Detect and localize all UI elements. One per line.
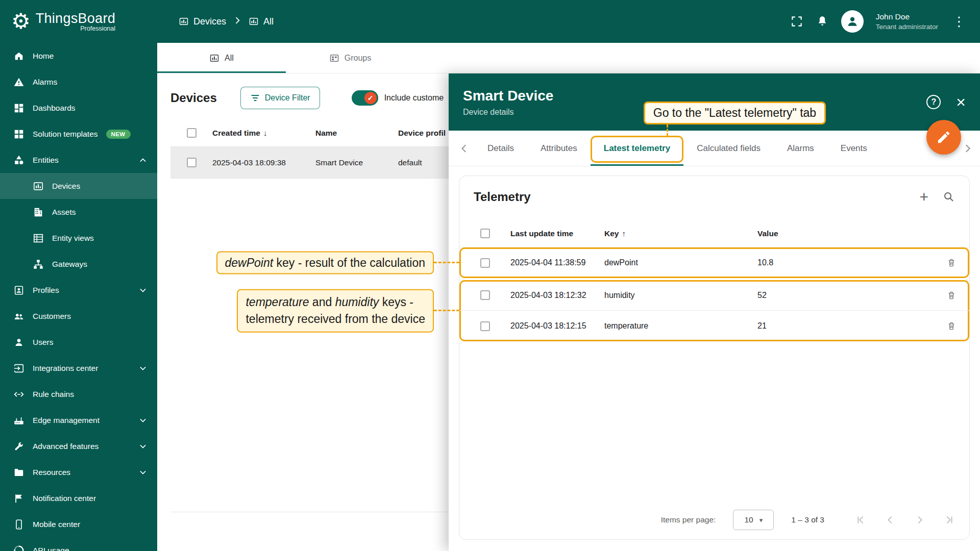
advanced-features-icon	[13, 441, 24, 452]
sidebar-item-entity-views[interactable]: Entity views	[0, 225, 157, 251]
sidebar-item-alarms[interactable]: Alarms	[0, 69, 157, 95]
delete-icon[interactable]	[946, 321, 957, 331]
sidebar-item-integrations-center[interactable]: Integrations center	[0, 355, 157, 381]
filter-icon	[250, 93, 260, 103]
panel-tab-bar: Details Attributes Latest telemetry Go t…	[449, 131, 980, 166]
add-telemetry-icon[interactable]: +	[919, 189, 928, 205]
entity-views-icon	[33, 233, 44, 244]
sidebar-item-label: Integrations center	[33, 364, 98, 373]
cell-value: 52	[757, 291, 934, 300]
help-icon[interactable]: ?	[926, 95, 941, 109]
entities-icon	[13, 155, 24, 166]
include-customers-toggle[interactable]: ✓	[352, 90, 378, 106]
sidebar-item-rule-chains[interactable]: Rule chains	[0, 381, 157, 407]
sidebar-item-solution-templates[interactable]: Solution templates NEW	[0, 121, 157, 147]
device-filter-button[interactable]: Device Filter	[240, 87, 320, 109]
sidebar-item-label: Customers	[33, 312, 71, 321]
sidebar-item-customers[interactable]: Customers	[0, 303, 157, 329]
column-key[interactable]: Key↑	[604, 229, 757, 238]
users-icon	[13, 337, 24, 348]
solution-templates-icon	[13, 129, 24, 140]
sidebar-item-dashboards[interactable]: Dashboards	[0, 95, 157, 121]
toggle-label: Include custome	[384, 93, 444, 103]
tab-events[interactable]: Events	[827, 131, 880, 166]
breadcrumb-all[interactable]: All	[249, 16, 274, 27]
tab-all[interactable]: All	[157, 43, 286, 73]
column-name[interactable]: Name	[315, 129, 398, 138]
fullscreen-icon[interactable]	[790, 15, 803, 28]
column-created-time[interactable]: Created time↓	[212, 129, 315, 138]
cell-time: 2025-04-03 18:12:15	[510, 321, 604, 331]
groups-tab-icon	[329, 53, 339, 63]
delete-icon[interactable]	[946, 290, 957, 300]
telemetry-row[interactable]: 2025-04-03 18:12:15 temperature 21	[459, 311, 969, 341]
mobile-icon	[13, 519, 24, 530]
row-checkbox[interactable]	[187, 158, 197, 167]
row-checkbox[interactable]	[480, 321, 490, 331]
telemetry-row[interactable]: 2025-04-04 11:38:59 dewPoint 10.8	[459, 247, 969, 278]
sidebar-item-advanced-features[interactable]: Advanced features	[0, 433, 157, 459]
last-page-icon[interactable]	[944, 514, 955, 525]
breadcrumb: Devices All	[179, 15, 274, 28]
tab-attributes[interactable]: Attributes	[527, 131, 591, 166]
sidebar-item-mobile-center[interactable]: Mobile center	[0, 511, 157, 537]
new-badge: NEW	[106, 130, 131, 139]
callout-dewpoint: dewPoint key - result of the calculation	[216, 252, 434, 274]
tab-label: All	[225, 54, 234, 63]
telemetry-row[interactable]: 2025-04-03 18:12:32 humidity 52	[459, 280, 969, 311]
tab-groups[interactable]: Groups	[286, 43, 414, 73]
assets-icon	[33, 207, 44, 218]
cell-value: 10.8	[757, 258, 934, 267]
sidebar-item-edge-management[interactable]: Edge management	[0, 407, 157, 433]
page-size-value: 10	[744, 515, 753, 524]
close-icon[interactable]: ×	[956, 94, 966, 110]
tab-alarms[interactable]: Alarms	[774, 131, 827, 166]
highlight-telemetry-rows: temperature and humidity keys - telemetr…	[459, 280, 969, 341]
sidebar-item-entities[interactable]: Entities	[0, 147, 157, 173]
select-all-checkbox[interactable]	[187, 128, 197, 138]
sidebar-item-devices[interactable]: Devices	[0, 173, 157, 199]
chevron-down-icon	[138, 467, 148, 478]
previous-page-icon[interactable]	[885, 514, 896, 525]
sidebar-item-users[interactable]: Users	[0, 329, 157, 355]
cell-key: humidity	[604, 291, 757, 300]
profiles-icon	[13, 285, 24, 296]
delete-icon[interactable]	[946, 258, 957, 268]
next-page-icon[interactable]	[914, 514, 925, 525]
search-icon[interactable]	[943, 191, 955, 203]
panel-content: Telemetry + Last update time Key↑	[449, 166, 980, 551]
first-page-icon[interactable]	[855, 514, 866, 525]
sidebar-item-label: Mobile center	[33, 520, 80, 529]
edit-fab-button[interactable]	[926, 120, 961, 155]
notifications-bell-icon[interactable]	[816, 15, 829, 28]
more-menu-icon[interactable]: ⋮	[950, 15, 968, 28]
tabs-scroll-left-icon[interactable]	[454, 131, 474, 166]
tab-details[interactable]: Details	[474, 131, 527, 166]
sidebar-item-gateways[interactable]: Gateways	[0, 251, 157, 277]
sidebar-item-resources[interactable]: Resources	[0, 459, 157, 485]
tab-latest-telemetry[interactable]: Latest telemetry Go to the "Latest telem…	[591, 131, 683, 166]
tab-label: Groups	[345, 54, 371, 63]
sidebar-item-home[interactable]: Home	[0, 43, 157, 69]
tab-calculated-fields[interactable]: Calculated fields	[683, 131, 774, 166]
sidebar-item-api-usage[interactable]: API usage	[0, 537, 157, 551]
row-checkbox[interactable]	[480, 258, 490, 268]
cell-time: 2025-04-04 11:38:59	[510, 258, 604, 267]
sidebar-item-profiles[interactable]: Profiles	[0, 277, 157, 303]
chevron-up-icon	[138, 155, 148, 165]
select-all-checkbox[interactable]	[480, 229, 490, 238]
dashboards-icon	[13, 103, 24, 114]
breadcrumb-label: Devices	[193, 16, 226, 27]
sidebar-item-label: Rule chains	[33, 390, 74, 399]
page-size-select[interactable]: 10 ▾	[733, 510, 774, 530]
row-checkbox[interactable]	[480, 290, 490, 300]
sidebar-item-notification-center[interactable]: Notification center	[0, 485, 157, 511]
sidebar-item-label: Devices	[52, 182, 80, 191]
column-value[interactable]: Value	[757, 229, 934, 238]
breadcrumb-devices[interactable]: Devices	[179, 16, 226, 27]
page-title: Devices	[170, 91, 217, 105]
avatar[interactable]	[841, 10, 864, 33]
column-last-update-time[interactable]: Last update time	[510, 229, 604, 238]
sidebar-item-assets[interactable]: Assets	[0, 199, 157, 225]
entity-group-icon	[249, 16, 259, 27]
